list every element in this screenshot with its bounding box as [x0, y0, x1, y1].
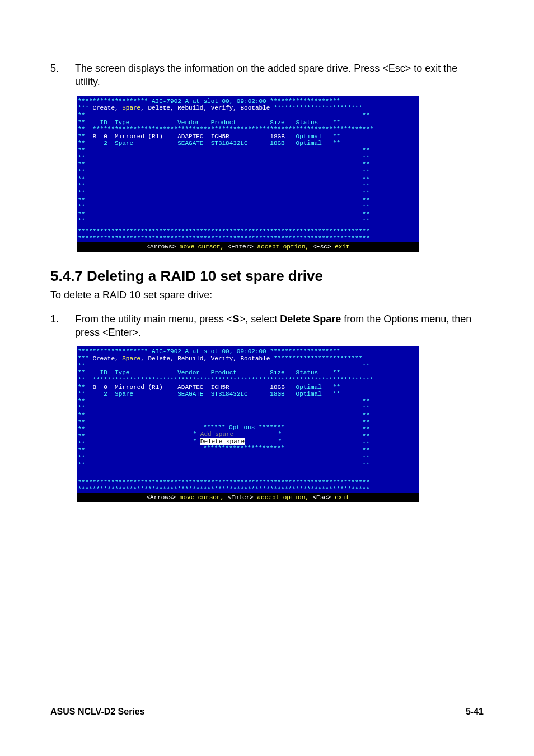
bios2-column-headers: ** ID Type Vendor Product Size Status ** [77, 369, 419, 377]
menu-rebuild: Rebuild [177, 105, 203, 111]
bios1-data-area: ** B 0 Mirrored (R1) ADAPTEC ICH5R 18GB … [77, 133, 419, 228]
step-1-text: From the utility main menu, press <S>, s… [75, 312, 484, 340]
options-popup-bottom: ********************** [189, 445, 298, 452]
side-stars-icon: ** [333, 119, 340, 126]
bios2-helpbar: <Arrows> move cursor, <Enter> accept opt… [77, 493, 419, 503]
step-1-number: 1. [50, 312, 75, 340]
footer-right: 5-41 [466, 707, 484, 717]
bios2-title: ******************* AIC-7902 A at slot 0… [77, 348, 419, 355]
menu-create: Create [92, 105, 115, 111]
menu-verify: Verify [211, 105, 233, 111]
bios1-helpbar: <Arrows> move cursor, <Enter> accept opt… [77, 242, 419, 252]
bios1-bottom2: ****************************************… [77, 235, 419, 242]
bios1-sep: ** *************************************… [77, 126, 419, 133]
bios1-menu: *** Create, Spare, Delete, Rebuild, Veri… [77, 105, 419, 112]
step-5: 5. The screen displays the information o… [50, 62, 484, 89]
step-5-text: The screen displays the information on t… [75, 62, 484, 89]
step-5-number: 5. [50, 62, 75, 89]
help-arrows: <Arrows> [146, 243, 176, 250]
help-esc: <Esc> [313, 243, 331, 250]
col-vendor: Vendor [177, 119, 200, 126]
section-subtext: To delete a RAID 10 set spare drive: [50, 289, 484, 301]
bios2-data-area: ** B 0 Mirrored (R1) ADAPTEC ICH5R 18GB … [77, 384, 419, 479]
bios1-title: ******************* AIC-7902 A at slot 0… [77, 98, 419, 105]
options-popup: ****** Options ******* * Add spare * * D… [189, 424, 298, 453]
bios-screenshot-2: ******************* AIC-7902 A at slot 0… [77, 346, 419, 502]
col-size: Size [270, 119, 284, 126]
menu-spare-selected: Spare [122, 355, 140, 362]
bios-screenshot-1: ******************* AIC-7902 A at slot 0… [77, 96, 419, 252]
col-status: Status [296, 119, 318, 126]
bios1-row-2: ** 2 Spare SEAGATE ST318432LC 18GB Optim… [77, 140, 419, 147]
step-1: 1. From the utility main menu, press <S>… [50, 312, 484, 340]
page-footer: ASUS NCLV-D2 Series 5-41 [50, 703, 484, 717]
bios2-row-2: ** 2 Spare SEAGATE ST318432LC 18GB Optim… [77, 391, 419, 398]
menu-spare-selected: Spare [122, 105, 140, 111]
bios1-column-headers: ** ID Type Vendor Product Size Status ** [77, 119, 419, 126]
footer-left: ASUS NCLV-D2 Series [50, 707, 145, 717]
bios1-row-1: ** B 0 Mirrored (R1) ADAPTEC ICH5R 18GB … [77, 133, 419, 140]
col-id: ID [100, 119, 107, 126]
col-type: Type [115, 119, 129, 126]
help-enter: <Enter> [228, 243, 254, 250]
menu-delete: Delete [148, 105, 170, 111]
option-add-spare[interactable]: * Add spare * [189, 431, 298, 438]
menu-bootable: Bootable [240, 105, 270, 111]
bios2-row-1: ** B 0 Mirrored (R1) ADAPTEC ICH5R 18GB … [77, 384, 419, 391]
section-heading: 5.4.7 Deleting a RAID 10 set spare drive [50, 267, 484, 285]
col-product: Product [211, 119, 237, 126]
option-delete-spare[interactable]: * Delete spare * [189, 438, 298, 445]
bios2-menu: *** Create, Spare, Delete, Rebuild, Veri… [77, 355, 419, 363]
bios1-bottom1: ****************************************… [77, 228, 419, 236]
side-stars-icon: ** [78, 119, 85, 126]
bios1-spacer-row: ** ** [77, 112, 419, 119]
stars-icon: ************************ [270, 105, 362, 111]
options-popup-title: ****** Options ******* [189, 424, 298, 431]
stars-icon: *** [78, 105, 92, 111]
